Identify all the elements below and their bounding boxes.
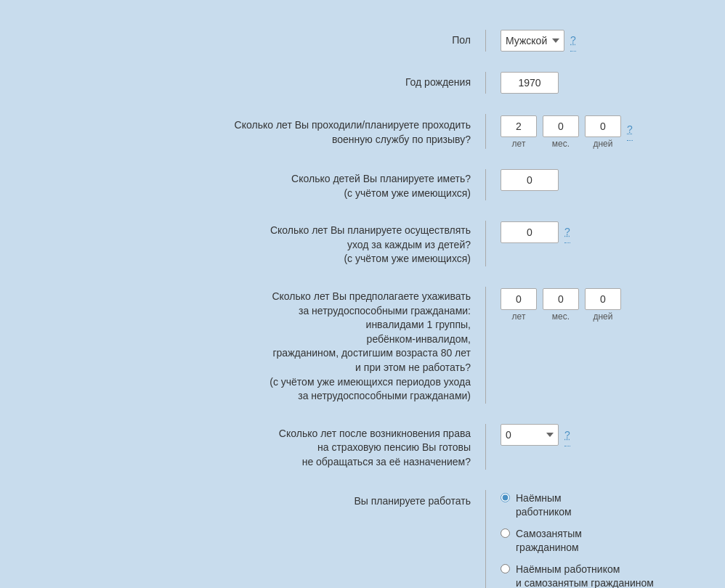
work-type-self-employed-label: Самозанятымгражданином	[516, 527, 582, 555]
childcare-input[interactable]	[501, 221, 559, 243]
disabled-care-row: Сколько лет Вы предполагаете ухаживатьза…	[65, 287, 660, 404]
disabled-years-item: лет	[501, 288, 537, 322]
childcare-row: Сколько лет Вы планируете осуществлятьух…	[65, 221, 660, 266]
pension-delay-select[interactable]: 0 1 2 3 4 5 6 7 8 9 10	[501, 424, 559, 446]
military-input-area: лет мес. дней ?	[501, 114, 660, 149]
separator	[485, 114, 486, 149]
separator	[485, 30, 486, 52]
pension-calculator-form: Пол Мужской Женский ? Год рождения Сколь…	[65, 15, 660, 588]
birth-year-input-area	[501, 72, 660, 94]
childcare-help-icon[interactable]: ?	[564, 221, 570, 243]
children-row: Сколько детей Вы планируете иметь?(с учё…	[65, 169, 660, 200]
gender-row: Пол Мужской Женский ?	[65, 29, 660, 52]
birth-year-row: Год рождения	[65, 72, 660, 94]
disabled-days-item: дней	[585, 288, 621, 322]
separator	[485, 287, 486, 404]
work-type-both-radio[interactable]	[501, 564, 510, 573]
disabled-months-input[interactable]	[543, 288, 579, 310]
disabled-months-item: мес.	[543, 288, 579, 322]
disabled-days-label: дней	[593, 311, 612, 322]
disabled-care-triple: лет мес. дней	[501, 288, 621, 322]
work-type-self-employed[interactable]: Самозанятымгражданином	[501, 527, 660, 555]
gender-help-icon[interactable]: ?	[570, 29, 576, 52]
pension-delay-help-icon[interactable]: ?	[564, 424, 570, 446]
military-help-icon[interactable]: ?	[627, 118, 633, 141]
children-input[interactable]	[501, 169, 559, 191]
work-type-employee-radio[interactable]	[501, 493, 510, 502]
childcare-label: Сколько лет Вы планируете осуществлятьух…	[270, 221, 471, 266]
childcare-input-area: ?	[501, 221, 660, 243]
military-months-label: мес.	[552, 139, 570, 149]
separator	[485, 424, 486, 470]
military-years-input[interactable]	[501, 115, 537, 137]
military-months-input[interactable]	[543, 115, 579, 137]
gender-select[interactable]: Мужской Женский	[501, 30, 564, 52]
work-type-self-employed-radio[interactable]	[501, 528, 510, 538]
military-years-label: лет	[512, 139, 526, 149]
military-days-label: дней	[593, 139, 612, 149]
pension-delay-label: Сколько лет после возникновения правана …	[279, 424, 471, 470]
gender-label: Пол	[452, 33, 471, 48]
children-label: Сколько детей Вы планируете иметь?(с учё…	[291, 169, 471, 200]
pension-delay-input-area: 0 1 2 3 4 5 6 7 8 9 10 ?	[501, 424, 660, 446]
work-type-both-label: Наёмным работникоми самозанятым граждани…	[516, 563, 654, 588]
work-type-input-area: Наёмнымработником Самозанятымгражданином…	[501, 490, 660, 589]
work-type-radio-group: Наёмнымработником Самозанятымгражданином…	[501, 491, 660, 589]
military-days-item: дней	[585, 115, 621, 149]
military-label: Сколько лет Вы проходили/планируете прох…	[195, 114, 471, 147]
separator	[485, 169, 486, 200]
work-type-label: Вы планируете работать	[354, 490, 471, 509]
work-type-employee-label: Наёмнымработником	[516, 491, 572, 520]
military-months-item: мес.	[543, 115, 579, 149]
military-years-item: лет	[501, 115, 537, 149]
work-type-row: Вы планируете работать Наёмнымработником…	[65, 490, 660, 589]
military-row: Сколько лет Вы проходили/планируете прох…	[65, 114, 660, 149]
children-input-area	[501, 169, 660, 191]
disabled-years-label: лет	[512, 311, 526, 322]
disabled-care-label: Сколько лет Вы предполагаете ухаживатьза…	[270, 287, 471, 404]
birth-year-input[interactable]	[501, 72, 559, 94]
work-type-employee[interactable]: Наёмнымработником	[501, 491, 660, 520]
disabled-months-label: мес.	[552, 311, 570, 322]
gender-input-area: Мужской Женский ?	[501, 29, 660, 52]
separator	[485, 490, 486, 589]
military-days-input[interactable]	[585, 115, 621, 137]
pension-delay-row: Сколько лет после возникновения правана …	[65, 424, 660, 470]
disabled-care-input-area: лет мес. дней	[501, 287, 660, 322]
birth-year-label: Год рождения	[405, 75, 471, 90]
work-type-both[interactable]: Наёмным работникоми самозанятым граждани…	[501, 563, 660, 588]
separator	[485, 221, 486, 266]
disabled-years-input[interactable]	[501, 288, 537, 310]
disabled-days-input[interactable]	[585, 288, 621, 310]
military-triple: лет мес. дней	[501, 115, 621, 149]
separator	[485, 72, 486, 94]
